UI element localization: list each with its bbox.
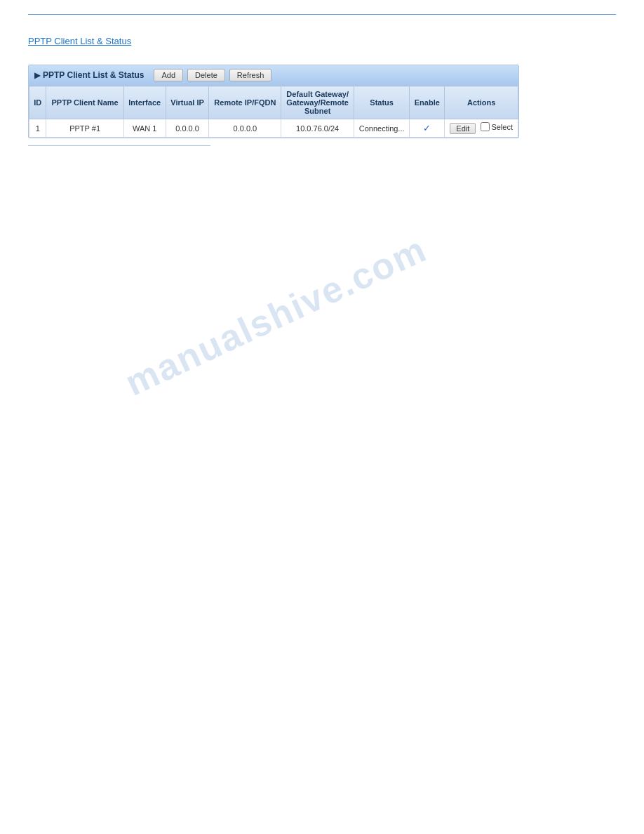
cell-interface: WAN 1 <box>123 119 166 138</box>
col-header-interface: Interface <box>123 86 166 119</box>
cell-pptp-client-name: PPTP #1 <box>46 119 123 138</box>
table-row: 1 PPTP #1 WAN 1 0.0.0.0 0.0.0.0 10.0.76.… <box>29 119 518 138</box>
col-header-enable: Enable <box>410 86 445 119</box>
select-label: Select <box>491 123 513 131</box>
cell-actions: Edit Select <box>445 119 518 138</box>
cell-remote-ip-fqdn: 0.0.0.0 <box>209 119 281 138</box>
delete-button[interactable]: Delete <box>187 69 225 81</box>
table-title: ▶ PPTP Client List & Status <box>34 70 144 80</box>
table-header-row: ID PPTP Client Name Interface Virtual IP… <box>29 86 518 119</box>
enable-checkmark: ✓ <box>423 123 431 133</box>
add-button[interactable]: Add <box>154 69 183 81</box>
bottom-divider <box>28 145 210 146</box>
edit-button[interactable]: Edit <box>450 123 476 134</box>
col-header-default-gateway: Default Gateway/Gateway/RemoteSubnet <box>281 86 354 119</box>
table-title-text: PPTP Client List & Status <box>43 70 144 80</box>
col-header-remote-ip-fqdn: Remote IP/FQDN <box>209 86 281 119</box>
pptp-table-wrapper: ▶ PPTP Client List & Status Add Delete R… <box>28 65 519 138</box>
cell-status: Connecting... <box>354 119 409 138</box>
col-header-virtual-ip: Virtual IP <box>166 86 209 119</box>
select-checkbox[interactable] <box>481 122 490 131</box>
col-header-actions: Actions <box>445 86 518 119</box>
cell-enable[interactable]: ✓ <box>410 119 445 138</box>
table-title-icon: ▶ <box>34 71 40 80</box>
cell-virtual-ip: 0.0.0.0 <box>166 119 209 138</box>
section-title-link[interactable]: PPTP Client List & Status <box>28 36 131 46</box>
col-header-status: Status <box>354 86 409 119</box>
select-checkbox-label[interactable]: Select <box>481 122 513 131</box>
cell-id: 1 <box>29 119 46 138</box>
pptp-data-table: ID PPTP Client Name Interface Virtual IP… <box>29 86 518 138</box>
col-header-id: ID <box>29 86 46 119</box>
table-header-bar: ▶ PPTP Client List & Status Add Delete R… <box>29 65 518 86</box>
top-divider <box>28 14 616 15</box>
watermark: manualshive.com <box>119 227 433 404</box>
col-header-pptp-client-name: PPTP Client Name <box>46 86 123 119</box>
cell-default-gateway: 10.0.76.0/24 <box>281 119 354 138</box>
refresh-button[interactable]: Refresh <box>229 69 272 81</box>
